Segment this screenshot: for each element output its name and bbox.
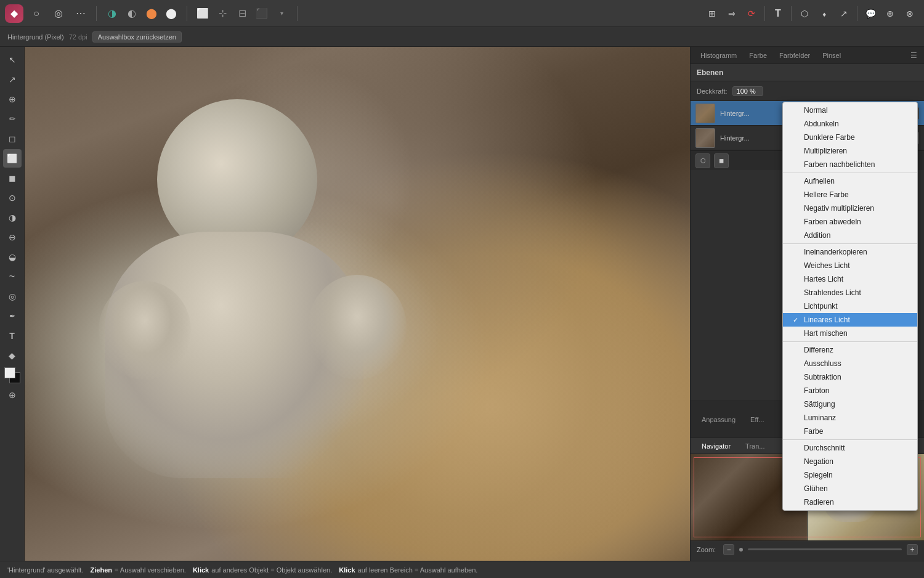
marquee-col-icon[interactable]: ⊟ xyxy=(233,4,251,23)
blend-mode-item-farben-abwedeln[interactable]: Farben abwedeln xyxy=(783,215,917,229)
move-tool[interactable]: ↖ xyxy=(3,51,22,69)
blend-mode-item-hellere-farbe[interactable]: Hellere Farbe xyxy=(783,188,917,201)
selection-dropdown[interactable]: ▾ xyxy=(272,4,291,23)
canvas-area[interactable] xyxy=(25,47,690,561)
blend-mode-item-durchschnitt[interactable]: Durchschnitt xyxy=(783,441,917,455)
blend-mode-label: Glühen xyxy=(804,484,828,493)
blend-mode-item-abdunkeln[interactable]: Abdunkeln xyxy=(783,117,917,131)
blend-mode-item-addition[interactable]: Addition xyxy=(783,229,917,242)
layer-icon[interactable]: ⬡ xyxy=(795,4,814,23)
blend-mode-item-farbton[interactable]: Farbton xyxy=(783,384,917,397)
vector-icon[interactable]: ⟳ xyxy=(742,4,761,23)
adjust-icon[interactable]: ⬧ xyxy=(815,4,833,23)
right-tools-group: ⊞ ⇒ ⟳ T ⬡ ⬧ ↗ 💬 ⊕ ⊗ xyxy=(703,4,919,23)
layer-icon-btn[interactable]: ⬡ xyxy=(695,153,710,168)
pixel-selection-icon[interactable]: ⬛ xyxy=(253,4,271,23)
blend-mode-item-ausschluss[interactable]: Ausschluss xyxy=(783,357,917,370)
contrast-icon[interactable]: ◐ xyxy=(123,4,141,23)
text-tool[interactable]: T xyxy=(3,327,22,345)
blend-mode-item-negation[interactable]: Negation xyxy=(783,455,917,468)
clone-tool[interactable]: ⊙ xyxy=(3,189,22,207)
blend-mode-item-ineinanderkopieren[interactable]: Ineinanderkopieren xyxy=(783,245,917,259)
blend-mode-label: Farben nachbelichten xyxy=(804,160,875,169)
blend-mode-item-glühen[interactable]: Glühen xyxy=(783,482,917,495)
blend-mode-label: Hellere Farbe xyxy=(804,190,849,199)
chat-icon[interactable]: 💬 xyxy=(861,4,880,23)
dodge-tool[interactable]: ◒ xyxy=(3,248,22,266)
blend-mode-item-subtraktion[interactable]: Subtraktion xyxy=(783,370,917,384)
tab-swatches[interactable]: Farbfelder xyxy=(774,50,815,61)
tab-brush[interactable]: Pinsel xyxy=(817,50,846,61)
blend-mode-item-sättigung[interactable]: Sättigung xyxy=(783,397,917,411)
blend-mode-item-lichtpunkt[interactable]: Lichtpunkt xyxy=(783,299,917,313)
blend-mode-label: Hartes Licht xyxy=(804,275,843,283)
paint-tool[interactable]: ✏ xyxy=(3,110,22,128)
erase-tool[interactable]: ◻ xyxy=(3,129,22,148)
blend-mode-item-multiplizieren[interactable]: Multiplizieren xyxy=(783,144,917,158)
blend-separator xyxy=(783,243,917,244)
zoom-slider-handle[interactable] xyxy=(739,548,743,552)
hsl-icon[interactable]: ⬤ xyxy=(142,4,161,23)
blend-mode-item-luminanz[interactable]: Luminanz xyxy=(783,411,917,425)
blend-mode-item-hart-mischen[interactable]: Hart mischen xyxy=(783,327,917,340)
zoom-slider[interactable] xyxy=(748,548,902,550)
tab-effekte[interactable]: Eff... xyxy=(745,415,769,425)
panel-menu-icon[interactable]: ☰ xyxy=(908,50,919,61)
document-icon[interactable]: ○ xyxy=(27,4,46,23)
blend-mode-item-normal[interactable]: Normal xyxy=(783,104,917,117)
vector-pen-tool[interactable]: ✒ xyxy=(3,307,22,325)
marquee-rect-icon[interactable]: ⬜ xyxy=(193,4,212,23)
affinity-logo[interactable]: ◆ xyxy=(5,4,23,23)
rectangle-select-tool[interactable]: ⬜ xyxy=(3,149,22,168)
zoom-plus-button[interactable]: + xyxy=(907,544,918,555)
tab-color[interactable]: Farbe xyxy=(744,50,772,61)
blend-mode-item-differenz[interactable]: Differenz xyxy=(783,343,917,357)
settings-icon[interactable]: ⊗ xyxy=(901,4,919,23)
status-hint2-text: auf anderes Objekt = Objekt auswählen. xyxy=(211,566,332,574)
foreground-background-color[interactable] xyxy=(4,367,20,383)
opacity-value[interactable]: 100 % xyxy=(732,86,763,96)
color-picker-tool[interactable]: ◆ xyxy=(3,346,22,365)
marquee-tool-icon[interactable]: ⊹ xyxy=(213,4,232,23)
blend-mode-item-aufhellen[interactable]: Aufhellen xyxy=(783,174,917,188)
blur-tool[interactable]: ◎ xyxy=(3,287,22,306)
align-icon[interactable]: ⊞ xyxy=(703,4,721,23)
zoom-minus-button[interactable]: − xyxy=(723,544,734,555)
blend-mode-item-dunklere-farbe[interactable]: Dunklere Farbe xyxy=(783,131,917,144)
select-tool[interactable]: ↗ xyxy=(3,70,22,89)
smudge-tool[interactable]: ~ xyxy=(3,267,22,286)
blend-mode-item-hartes-licht[interactable]: Hartes Licht xyxy=(783,272,917,286)
develop-icon[interactable]: ◎ xyxy=(49,4,68,23)
blend-mode-item-spiegeln[interactable]: Spiegeln xyxy=(783,468,917,482)
zoom-out-tool[interactable]: ⊖ xyxy=(3,228,22,246)
layer-pixel-btn[interactable]: ◼ xyxy=(714,153,729,168)
blend-mode-dropdown: NormalAbdunkelnDunklere FarbeMultiplizie… xyxy=(782,102,918,511)
fill-tool[interactable]: ◼ xyxy=(3,169,22,187)
blend-mode-item-weiches-licht[interactable]: Weiches Licht xyxy=(783,259,917,272)
blend-mode-item-strahlendes-licht[interactable]: Strahlendes Licht xyxy=(783,286,917,299)
document-info: Hintergrund (Pixel) xyxy=(7,33,64,41)
arrow-right-icon[interactable]: ⇒ xyxy=(723,4,741,23)
blend-mode-item-farbe[interactable]: Farbe xyxy=(783,425,917,438)
tab-navigator[interactable]: Navigator xyxy=(697,441,736,451)
tab-histogram[interactable]: Histogramm xyxy=(695,50,742,61)
blend-mode-item-lineares-licht[interactable]: ✓Lineares Licht xyxy=(783,313,917,327)
reset-selection-button[interactable]: Auswahlbox zurücksetzen xyxy=(92,31,182,43)
tab-transform[interactable]: Tran... xyxy=(740,441,769,451)
share-icon[interactable]: ⋯ xyxy=(71,4,90,23)
zoom-tool[interactable]: ⊕ xyxy=(3,386,22,404)
blend-mode-item-negativ-multiplizieren[interactable]: Negativ multiplizieren xyxy=(783,201,917,215)
gradient-tool[interactable]: ◑ xyxy=(3,208,22,227)
text-icon[interactable]: T xyxy=(769,4,787,23)
blend-mode-item-farben-nachbelichten[interactable]: Farben nachbelichten xyxy=(783,158,917,171)
blend-mode-item-radieren[interactable]: Radieren xyxy=(783,495,917,509)
color-tools-group: ◑ ◐ ⬤ ⬤ xyxy=(103,4,180,23)
blend-mode-label: Addition xyxy=(804,231,830,240)
blend-separator xyxy=(783,173,917,173)
export-icon[interactable]: ↗ xyxy=(835,4,853,23)
color-wheel-icon[interactable]: ◑ xyxy=(103,4,121,23)
share2-icon[interactable]: ⊕ xyxy=(881,4,899,23)
tab-anpassung[interactable]: Anpassung xyxy=(697,415,740,425)
crop-tool[interactable]: ⊕ xyxy=(3,90,22,108)
white-balance-icon[interactable]: ⬤ xyxy=(162,4,180,23)
